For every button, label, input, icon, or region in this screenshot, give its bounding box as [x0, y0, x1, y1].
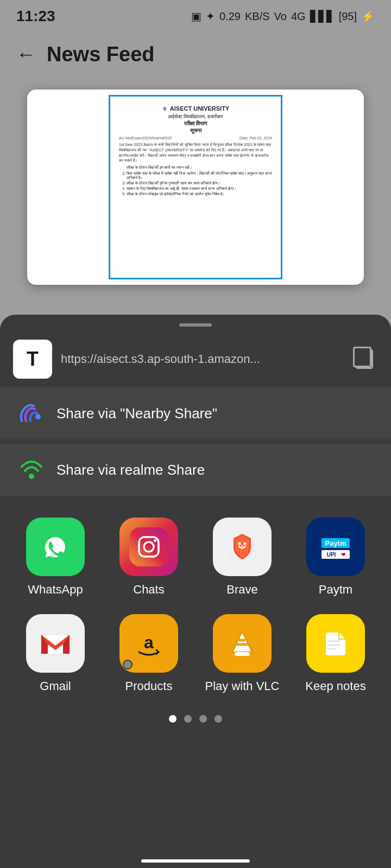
doc-rule-0: परीक्षा के दौरान विद्यार्थी इन बातों का … [127, 165, 272, 170]
charging-icon: ⚡ [361, 10, 375, 23]
doc-rule-2: परीक्षा के दौरान विद्यार्थी पुणे के गुणप… [127, 181, 272, 186]
page-title: News Feed [47, 43, 155, 66]
url-icon: T [13, 340, 52, 379]
gmail-icon [26, 614, 85, 673]
brave-label: Brave [226, 583, 257, 597]
svg-rect-3 [129, 527, 168, 566]
app-item-chats[interactable]: Chats [106, 518, 191, 597]
network-speed: 0.29 [219, 10, 241, 23]
whatsapp-label: WhatsApp [28, 583, 83, 597]
doc-rule-1: बिना प्रवेश पत्र के परीक्षा में प्रवेश न… [127, 171, 272, 180]
chats-label: Chats [133, 583, 164, 597]
vlc-label: Play with VLC [205, 679, 280, 693]
top-bar: ← News Feed [0, 33, 391, 76]
keepnotes-label: Keep notes [305, 679, 365, 693]
svg-rect-21 [235, 652, 250, 656]
document-inner: ⚜ AISECT UNIVERSITY आईसेक्ट विश्वविद्याल… [109, 95, 282, 279]
doc-rules-list: परीक्षा के दौरान विद्यार्थी इन बातों का … [119, 165, 272, 196]
amazon-icon: a [119, 614, 178, 673]
url-bar: T https://aisect.s3.ap-south-1.amazon... [0, 340, 391, 379]
whatsapp-icon [26, 518, 85, 576]
realme-share-option[interactable]: Share via realme Share [0, 444, 391, 496]
vibrate-icon: ▣ [191, 10, 201, 23]
nearby-share-svg [17, 401, 46, 425]
app-item-whatsapp[interactable]: WhatsApp [13, 518, 98, 597]
app-item-gmail[interactable]: Gmail [13, 614, 98, 693]
products-label: Products [125, 679, 173, 693]
amazon-badge [123, 660, 133, 669]
home-indicator [141, 859, 250, 863]
realme-share-svg [17, 456, 46, 484]
network-unit: KB/S [245, 10, 270, 23]
sheet-handle [179, 323, 212, 327]
university-name: AISECT UNIVERSITY [170, 105, 229, 112]
url-text[interactable]: https://aisect.s3.ap-south-1.amazon... [61, 352, 342, 366]
brave-icon [213, 518, 272, 576]
svg-text:a: a [144, 633, 154, 652]
university-address: आईसेक्ट विश्वविद्यालय, हजारीबाग [119, 114, 272, 120]
notice-title: सूचना [119, 127, 272, 134]
nearby-share-label: Share via "Nearby Share" [56, 405, 217, 422]
dots-indicator [0, 715, 391, 733]
realme-share-icon [17, 456, 46, 484]
svg-point-9 [244, 542, 247, 545]
app-item-keepnotes[interactable]: Keep notes [293, 614, 378, 693]
app-grid: WhatsApp [0, 500, 391, 702]
department-name: परीक्षा विभाग [119, 120, 272, 127]
doc-ref: AU-4Ib/Exam/2024/Noti/ref/020 [119, 136, 172, 140]
app-item-brave[interactable]: Brave [200, 518, 285, 597]
bottom-sheet: T https://aisect.s3.ap-south-1.amazon...… [0, 315, 391, 868]
document-card: ⚜ AISECT UNIVERSITY आईसेक्ट विश्वविद्याल… [27, 90, 364, 285]
svg-point-8 [238, 542, 241, 545]
nearby-share-option[interactable]: Share via "Nearby Share" [0, 387, 391, 439]
svg-text:Paytm: Paytm [325, 539, 346, 547]
volte-icon: Vo [274, 10, 287, 23]
dot-1 [184, 715, 192, 723]
doc-meta: AU-4Ib/Exam/2024/Noti/ref/020 Date: Feb … [119, 136, 272, 140]
status-time: 11:23 [16, 8, 55, 25]
app-item-products[interactable]: a Products [106, 614, 191, 693]
status-icons: ▣ ✦ 0.29 KB/S Vo 4G ▋▋▋ [95] ⚡ [191, 10, 375, 23]
svg-text:❤: ❤ [341, 552, 346, 558]
copy-icon [356, 349, 373, 369]
svg-point-1 [29, 474, 34, 479]
document-preview-area: ⚜ AISECT UNIVERSITY आईसेक्ट विश्वविद्याल… [0, 76, 391, 288]
app-item-paytm[interactable]: Paytm UPI ❤ Paytm [293, 518, 378, 597]
realme-share-label: Share via realme Share [56, 462, 205, 478]
university-logo: ⚜ AISECT UNIVERSITY [119, 105, 272, 113]
doc-rule-3: पहचान के लिए विश्वविद्यालय का आई.डी. प्र… [127, 187, 272, 191]
back-button[interactable]: ← [16, 43, 36, 66]
copy-url-button[interactable] [351, 346, 378, 373]
dot-2 [199, 715, 207, 723]
svg-point-6 [154, 539, 156, 542]
instagram-icon [119, 518, 178, 576]
vlc-icon [213, 614, 272, 673]
dot-3 [215, 715, 222, 723]
paytm-label: Paytm [319, 583, 352, 597]
bluetooth-icon: ✦ [206, 10, 215, 23]
paytm-icon: Paytm UPI ❤ [306, 518, 365, 576]
doc-date: Date: Feb 02, 2024 [239, 136, 272, 140]
gmail-label: Gmail [40, 679, 71, 693]
battery-icon: [95] [339, 10, 357, 23]
doc-rule-4: परीक्षा के दौरान मोबाइल एवं इलेक्ट्रॉनिक… [127, 192, 272, 196]
nearby-share-icon [17, 399, 46, 427]
keepnotes-icon [306, 614, 365, 673]
dot-0 [169, 715, 176, 723]
svg-text:UPI: UPI [327, 552, 336, 558]
lte-icon: 4G [291, 10, 306, 23]
doc-body: 1st Sem 2023 Batch के सभी विद्यार्थियों … [119, 142, 272, 163]
signal-icon: ▋▋▋ [310, 10, 335, 23]
status-bar: 11:23 ▣ ✦ 0.29 KB/S Vo 4G ▋▋▋ [95] ⚡ [0, 0, 391, 33]
app-item-vlc[interactable]: Play with VLC [200, 614, 285, 693]
svg-point-0 [35, 414, 41, 419]
